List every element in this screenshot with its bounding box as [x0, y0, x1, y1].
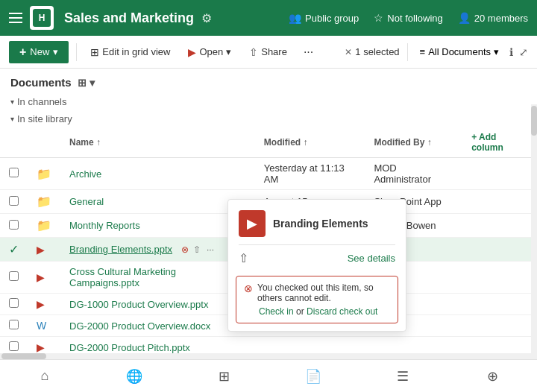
- new-label: New: [30, 46, 49, 57]
- file-name-cell[interactable]: DG-1000 Product Overview.pptx: [60, 294, 255, 315]
- file-name-cell[interactable]: Archive: [60, 158, 255, 190]
- members-item[interactable]: 👤 20 members: [458, 12, 528, 24]
- share-button[interactable]: ⇧ Share: [243, 42, 293, 62]
- doc-nav-item[interactable]: 📄: [297, 360, 330, 393]
- file-type-icon: 📁: [28, 214, 60, 238]
- open-icon: ▶: [188, 46, 196, 58]
- row-checkbox[interactable]: [0, 315, 28, 337]
- file-name-cell[interactable]: Branding Elements.pptx ⊗ ⇧ ···: [60, 238, 255, 262]
- close-selected-icon[interactable]: ✕: [345, 47, 352, 57]
- row-checkbox[interactable]: [0, 214, 28, 238]
- file-name-link[interactable]: General: [69, 196, 104, 207]
- settings-icon[interactable]: ⚙: [201, 11, 212, 25]
- edit-grid-button[interactable]: ⊞ Edit in grid view: [84, 42, 176, 62]
- grid-nav-item[interactable]: ⊞: [207, 360, 240, 393]
- list-icon: ☰: [397, 368, 409, 385]
- grid-icon: ⊞: [219, 368, 230, 385]
- file-name-cell[interactable]: General: [60, 190, 255, 214]
- file-type-icon: ▶: [28, 238, 60, 262]
- file-name-link[interactable]: Archive: [69, 168, 101, 180]
- file-name-link[interactable]: Cross Cultural Marketing Campaigns.pptx: [69, 266, 176, 288]
- expand-icon[interactable]: ⤢: [519, 46, 528, 58]
- top-bar-right: 👥 Public group ☆ Not following 👤 20 memb…: [289, 12, 528, 24]
- open-chevron-icon: ▾: [226, 46, 231, 57]
- pptx-icon: ▶: [37, 271, 45, 283]
- modified-by-header[interactable]: Modified By ↑: [365, 127, 462, 158]
- more-icon: ···: [304, 45, 313, 59]
- in-site-library-header[interactable]: ▾ In site library: [0, 110, 537, 127]
- warning-text: You checked out this item, so others can…: [257, 282, 390, 303]
- popup-action-links: Check in or Discard check out: [244, 306, 390, 317]
- pptx-icon: ▶: [37, 244, 45, 256]
- modified-header[interactable]: Modified ↑: [255, 127, 365, 158]
- discard-checkout-link[interactable]: Discard check out: [307, 306, 377, 317]
- file-name-link[interactable]: Branding Elements.pptx: [69, 244, 172, 255]
- globe-nav-item[interactable]: 🌐: [118, 360, 151, 393]
- globe-icon: 🌐: [126, 368, 142, 385]
- file-type-icon: ▶: [28, 337, 60, 355]
- vertical-scrollbar[interactable]: [531, 104, 537, 392]
- folder-icon: 📁: [37, 219, 51, 232]
- row-more-icon[interactable]: ···: [205, 243, 216, 256]
- site-title: Sales and Marketing: [64, 10, 194, 26]
- in-channels-header[interactable]: ▾ In channels: [0, 93, 537, 110]
- file-name-cell[interactable]: Monthly Reports: [60, 214, 255, 238]
- row-checkbox[interactable]: [0, 158, 28, 190]
- chevron-down-icon2: ▾: [10, 115, 14, 123]
- see-details-link[interactable]: See details: [348, 253, 395, 264]
- check-in-link[interactable]: Check in: [259, 306, 294, 317]
- open-button[interactable]: ▶ Open ▾: [182, 42, 237, 62]
- table-row[interactable]: ▶ DG-2000 Product Pitch.pptx: [0, 337, 537, 355]
- modified-by-cell: MOD Administrator: [365, 158, 462, 190]
- not-following-label: Not following: [387, 13, 442, 24]
- star-icon: ☆: [374, 12, 383, 24]
- row-checkbox[interactable]: [0, 294, 28, 315]
- checkout-icon: ✓: [9, 243, 19, 256]
- row-share-icon[interactable]: ⇧: [192, 243, 202, 256]
- row-checkout-check: ✓: [0, 238, 28, 262]
- checkout-remove-icon[interactable]: ⊗: [181, 244, 189, 255]
- edit-grid-label: Edit in grid view: [102, 46, 170, 57]
- file-name-link[interactable]: DG-2000 Product Overview.docx: [69, 320, 210, 332]
- name-header[interactable]: Name ↑: [60, 127, 255, 158]
- all-docs-chevron: ▾: [494, 46, 499, 57]
- folder-icon: 📁: [37, 168, 51, 180]
- plus-nav-item[interactable]: ⊕: [476, 360, 509, 393]
- view-toggle-icon[interactable]: ⊞ ▾: [78, 77, 95, 89]
- file-name-link[interactable]: Monthly Reports: [69, 220, 140, 231]
- all-documents-button[interactable]: ≡ All Documents ▾: [415, 43, 503, 60]
- info-icon[interactable]: ℹ: [509, 46, 513, 58]
- popup-file-title: Branding Elements: [273, 218, 368, 230]
- all-docs-label: All Documents: [428, 46, 491, 57]
- home-nav-item[interactable]: ⌂: [28, 360, 61, 393]
- row-checkbox[interactable]: [0, 337, 28, 355]
- hamburger-menu[interactable]: [9, 13, 22, 23]
- file-type-icon: ▶: [28, 262, 60, 294]
- row-checkbox[interactable]: [0, 262, 28, 294]
- content-wrapper: Documents ⊞ ▾ ▾ In channels ▾ In site li…: [0, 69, 537, 392]
- popup-file-icon: ▶: [239, 210, 266, 237]
- file-name-cell[interactable]: DG-2000 Product Overview.docx: [60, 315, 255, 337]
- file-name-cell[interactable]: Cross Cultural Marketing Campaigns.pptx: [60, 262, 255, 294]
- add-column-header[interactable]: + Add column: [462, 127, 537, 158]
- not-following-item[interactable]: ☆ Not following: [374, 12, 442, 24]
- plus-icon: +: [19, 45, 26, 59]
- file-name-link[interactable]: DG-1000 Product Overview.pptx: [69, 299, 208, 310]
- horizontal-scrollbar[interactable]: [0, 353, 531, 359]
- table-row[interactable]: 📁 Archive Yesterday at 11:13 AM MOD Admi…: [0, 158, 537, 190]
- public-group-item[interactable]: 👥 Public group: [289, 12, 359, 24]
- h-scroll-thumb[interactable]: [1, 353, 46, 359]
- new-button[interactable]: + New ▾: [9, 41, 69, 63]
- file-type-icon: 📁: [28, 158, 60, 190]
- file-name-cell[interactable]: DG-2000 Product Pitch.pptx: [60, 337, 255, 355]
- scroll-thumb[interactable]: [531, 106, 537, 136]
- row-checkbox[interactable]: [0, 190, 28, 214]
- more-button[interactable]: ···: [299, 42, 318, 62]
- checkbox-header: [0, 127, 28, 158]
- list-nav-item[interactable]: ☰: [386, 360, 419, 393]
- file-name-link[interactable]: DG-2000 Product Pitch.pptx: [69, 342, 190, 353]
- modified-cell: [255, 337, 365, 355]
- divider: [76, 43, 77, 61]
- plus-circle-icon: ⊕: [487, 368, 498, 385]
- share-label: Share: [261, 46, 287, 57]
